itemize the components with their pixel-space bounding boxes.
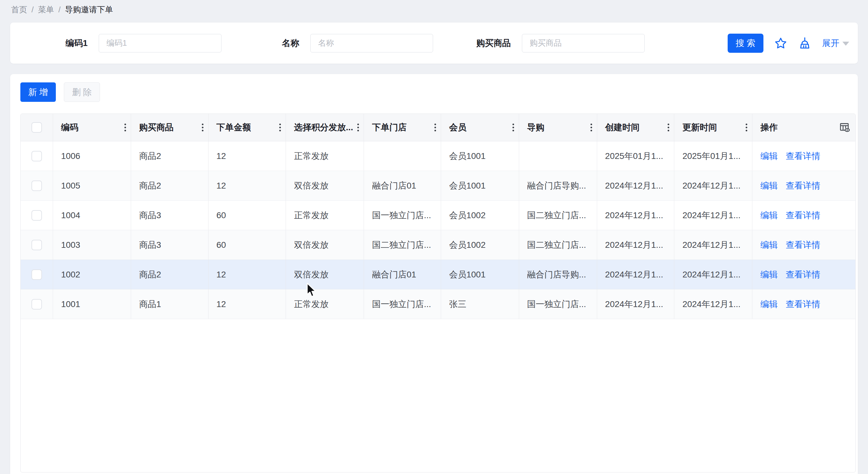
cell-updated: 2024年12月1... [674, 260, 752, 289]
column-menu-icon[interactable] [357, 122, 359, 133]
column-menu-icon[interactable] [202, 122, 204, 133]
cell-product: 商品2 [131, 171, 209, 200]
view-detail-link[interactable]: 查看详情 [786, 239, 820, 251]
breadcrumb-separator: / [58, 5, 60, 14]
column-menu-icon[interactable] [512, 122, 515, 133]
delete-button: 删 除 [64, 82, 100, 102]
header-label: 下单金额 [217, 122, 251, 133]
header-cell-amount: 下单金额 [209, 114, 286, 141]
cell-code: 1003 [53, 230, 131, 260]
cell-store: 融合门店01 [364, 260, 441, 289]
cell-updated: 2025年01月1... [674, 141, 752, 171]
breadcrumb-separator: / [31, 5, 34, 14]
header-label: 编码 [61, 122, 79, 133]
cell-amount: 12 [209, 290, 286, 319]
content-panel: 新 增 删 除 编码 购买商品 下单金额 [10, 74, 858, 474]
cell-guide [519, 141, 597, 171]
header-label: 会员 [449, 122, 466, 133]
header-label: 操作 [761, 122, 778, 133]
filter-field-product: 购买商品 [461, 23, 645, 64]
cell-created: 2024年12月1... [597, 290, 675, 319]
column-menu-icon[interactable] [667, 122, 670, 133]
cell-amount: 60 [209, 230, 286, 260]
cell-member: 会员1002 [441, 230, 519, 260]
filter-actions: 搜 索 展开 [727, 23, 849, 64]
cell-product: 商品1 [131, 290, 209, 319]
edit-link[interactable]: 编辑 [761, 298, 778, 310]
column-settings-icon[interactable] [839, 121, 851, 134]
cell-member: 会员1002 [441, 201, 519, 230]
header-cell-points: 选择积分发放... [286, 114, 364, 141]
cell-points: 正常发放 [286, 290, 364, 319]
cell-updated: 2024年12月1... [674, 230, 752, 260]
column-menu-icon[interactable] [434, 122, 436, 133]
favorite-star-icon[interactable] [774, 36, 787, 50]
table-row: 1004 商品3 60 正常发放 国一独立门店... 会员1002 国二独立门店… [21, 201, 855, 230]
cell-store: 国二独立门店... [364, 230, 441, 260]
cell-guide: 融合门店导购... [519, 260, 597, 289]
header-cell-created: 创建时间 [597, 114, 675, 141]
expand-label: 展开 [822, 37, 839, 49]
table-row-hovered: 1002 商品2 12 双倍发放 融合门店01 会员1001 融合门店导购...… [21, 260, 855, 290]
page: 首页 / 菜单 / 导购邀请下单 编码1 名称 购买商品 搜 索 [0, 0, 868, 474]
code-input[interactable] [99, 34, 221, 53]
view-detail-link[interactable]: 查看详情 [786, 180, 820, 191]
product-field-label: 购买商品 [461, 37, 511, 49]
column-menu-icon[interactable] [745, 122, 748, 133]
select-all-checkbox[interactable] [31, 122, 42, 133]
column-menu-icon[interactable] [590, 122, 593, 133]
header-cell-select [21, 114, 53, 141]
cell-member: 会员1001 [441, 171, 519, 200]
view-detail-link[interactable]: 查看详情 [786, 150, 820, 162]
view-detail-link[interactable]: 查看详情 [786, 298, 820, 310]
cell-product: 商品2 [131, 141, 209, 171]
cell-store: 融合门店01 [364, 171, 441, 200]
cell-points: 正常发放 [286, 201, 364, 230]
cell-guide: 国一独立门店... [519, 290, 597, 319]
breadcrumb-home[interactable]: 首页 [11, 4, 27, 15]
view-detail-link[interactable]: 查看详情 [786, 210, 820, 221]
header-cell-code: 编码 [53, 114, 131, 141]
edit-link[interactable]: 编辑 [761, 180, 778, 191]
cell-points: 双倍发放 [286, 230, 364, 260]
row-checkbox[interactable] [31, 299, 42, 309]
clear-broom-icon[interactable] [798, 36, 811, 50]
view-detail-link[interactable]: 查看详情 [786, 269, 820, 280]
product-input[interactable] [522, 34, 645, 53]
filter-field-name: 名称 [253, 23, 433, 64]
header-cell-updated: 更新时间 [674, 114, 752, 141]
cell-updated: 2024年12月1... [674, 201, 752, 230]
cell-guide: 国二独立门店... [519, 230, 597, 260]
column-menu-icon[interactable] [279, 122, 281, 133]
row-checkbox[interactable] [31, 210, 42, 220]
edit-link[interactable]: 编辑 [761, 269, 778, 280]
breadcrumb-menu[interactable]: 菜单 [38, 4, 54, 15]
header-label: 下单门店 [372, 122, 407, 133]
search-button[interactable]: 搜 索 [727, 34, 764, 53]
row-checkbox[interactable] [31, 269, 42, 280]
cell-code: 1004 [53, 201, 131, 230]
cell-guide: 国二独立门店... [519, 201, 597, 230]
add-button[interactable]: 新 增 [20, 82, 56, 102]
cell-updated: 2024年12月1... [674, 290, 752, 319]
edit-link[interactable]: 编辑 [761, 210, 778, 221]
row-checkbox[interactable] [31, 151, 42, 161]
cell-created: 2024年12月1... [597, 230, 675, 260]
header-label: 更新时间 [682, 122, 717, 133]
row-checkbox[interactable] [31, 240, 42, 250]
cell-member: 会员1001 [441, 260, 519, 289]
row-checkbox[interactable] [31, 180, 42, 191]
name-input[interactable] [310, 34, 433, 53]
column-menu-icon[interactable] [124, 122, 126, 133]
name-field-label: 名称 [253, 37, 299, 49]
filter-panel: 编码1 名称 购买商品 搜 索 [10, 23, 858, 64]
expand-toggle[interactable]: 展开 [822, 37, 849, 49]
cell-code: 1001 [53, 290, 131, 319]
edit-link[interactable]: 编辑 [761, 150, 778, 162]
cell-amount: 60 [209, 201, 286, 230]
edit-link[interactable]: 编辑 [761, 239, 778, 251]
cell-points: 双倍发放 [286, 260, 364, 289]
cell-points: 正常发放 [286, 141, 364, 171]
table-row: 1001 商品1 12 正常发放 国一独立门店... 张三 国一独立门店... … [21, 290, 855, 319]
cell-member: 张三 [441, 290, 519, 319]
